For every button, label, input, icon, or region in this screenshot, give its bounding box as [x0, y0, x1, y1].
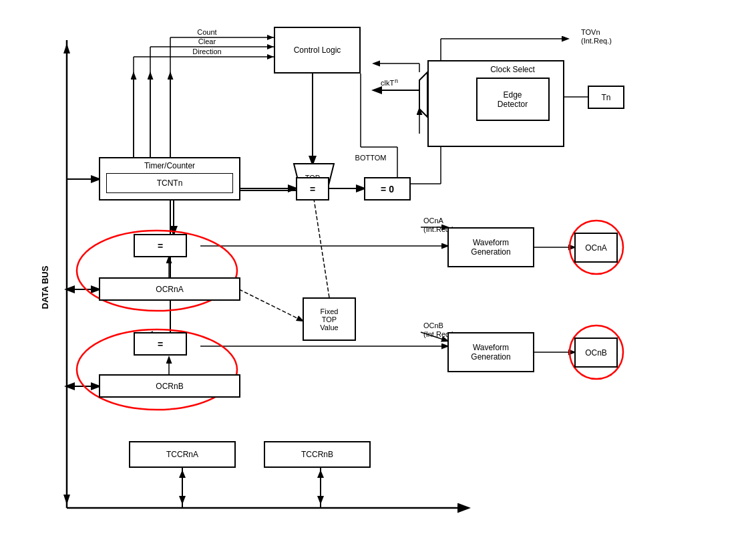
tccrb-block: TCCRnB	[264, 441, 371, 468]
svg-text:Clear: Clear	[198, 37, 216, 45]
clock-select-label: Clock Select	[476, 65, 550, 74]
ocrnb-register-block: OCRnB	[99, 374, 240, 398]
ocna-output-label: OCnA	[585, 243, 607, 253]
waveform-gen-b-label: Waveform Generation	[471, 343, 510, 362]
waveform-gen-a-label: Waveform Generation	[471, 238, 510, 257]
waveform-gen-b-block: Waveform Generation	[447, 332, 534, 372]
fixed-top-label: Fixed TOP Value	[320, 307, 338, 331]
svg-marker-15	[267, 35, 274, 40]
svg-text:BOTTOM: BOTTOM	[355, 154, 387, 162]
timer-counter-label: Timer/Counter	[144, 158, 195, 170]
tcntn-label: TCNTn	[157, 178, 183, 188]
clock-select-block: Clock Select Edge Detector	[427, 60, 564, 147]
svg-text:OCnA: OCnA	[423, 217, 444, 225]
equal-ocra-block: =	[134, 234, 187, 257]
svg-marker-17	[267, 54, 274, 59]
svg-marker-72	[317, 496, 324, 505]
svg-line-56	[313, 190, 329, 297]
svg-text:clkT: clkT	[381, 79, 394, 87]
svg-marker-2	[63, 43, 70, 53]
tn-label: Tn	[601, 93, 610, 102]
svg-marker-16	[267, 44, 274, 49]
equal-ocrb-block: =	[134, 332, 187, 356]
edge-detector-block: Edge Detector	[476, 78, 550, 121]
fixed-top-block: Fixed TOP Value	[303, 297, 356, 341]
equal-top-block: =	[296, 177, 329, 200]
ocrna-label: OCRnA	[156, 285, 183, 294]
tccra-label: TCCRnA	[166, 450, 198, 459]
svg-text:TOVn: TOVn	[581, 28, 600, 36]
svg-text:n: n	[395, 78, 398, 84]
svg-text:Direction: Direction	[192, 47, 221, 55]
svg-marker-1	[63, 495, 70, 505]
svg-marker-70	[179, 470, 186, 478]
ocrna-register-block: OCRnA	[99, 277, 240, 301]
svg-line-55	[239, 289, 303, 321]
svg-marker-64	[419, 72, 427, 117]
ocnb-output-block: OCnB	[574, 338, 618, 368]
ocrnb-label: OCRnB	[156, 382, 183, 391]
edge-detector-label: Edge Detector	[498, 90, 528, 109]
svg-text:DATA BUS: DATA BUS	[40, 265, 50, 309]
svg-text:Count: Count	[197, 28, 216, 36]
svg-marker-69	[179, 496, 186, 505]
tccrb-label: TCCRnB	[301, 450, 333, 459]
tcntn-block: TCNTn	[106, 173, 233, 193]
control-logic-block: Control Logic	[274, 27, 361, 74]
svg-text:(Int.Req.): (Int.Req.)	[581, 37, 612, 45]
svg-marker-73	[317, 470, 324, 478]
control-logic-label: Control Logic	[294, 45, 341, 55]
tccra-block: TCCRnA	[129, 441, 236, 468]
ocnb-output-label: OCnB	[585, 348, 607, 358]
tn-block: Tn	[588, 86, 624, 109]
ocna-output-block: OCnA	[574, 233, 618, 263]
svg-text:OCnB: OCnB	[423, 321, 443, 329]
equal-zero-block: = 0	[364, 177, 411, 200]
timer-counter-block: Timer/Counter TCNTn	[99, 157, 240, 200]
waveform-gen-a-block: Waveform Generation	[447, 227, 534, 267]
